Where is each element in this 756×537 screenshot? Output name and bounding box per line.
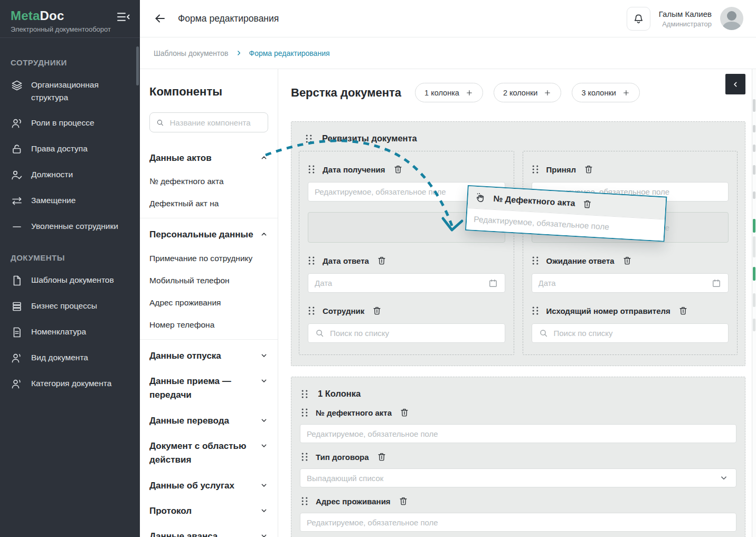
column-left: Дата получения Дата ответа [299, 151, 514, 355]
back-arrow-icon[interactable] [154, 12, 166, 25]
component-group-akty[interactable]: Данные актов [149, 145, 268, 170]
components-list: Данные актов № дефектного акта Дефектный… [149, 145, 268, 537]
component-group-scoped-doc[interactable]: Документ с областью действия [149, 433, 268, 473]
component-group-acceptance[interactable]: Данные приема — передачи [149, 368, 268, 408]
field-input[interactable] [330, 329, 498, 338]
component-group-vacation[interactable]: Данные отпуска [149, 343, 268, 368]
group-label: Протокол [149, 504, 192, 518]
file-text-icon [11, 326, 23, 339]
drag-handle-icon[interactable] [305, 134, 313, 143]
chevron-down-icon [260, 416, 268, 425]
field-input[interactable] [315, 279, 483, 287]
main-area: Форма редактирования Галым Калиев Админи… [140, 0, 756, 537]
sidebar-item-org-structure[interactable]: Организационная структура [11, 72, 129, 110]
sidebar-item-business-processes[interactable]: Бизнес процессы [11, 293, 129, 319]
pill-label: 2 колонки [503, 89, 537, 97]
component-search-input[interactable] [170, 118, 262, 127]
add-1-column-button[interactable]: 1 колонка [415, 83, 483, 102]
user-menu[interactable]: Галым Калиев Администратор [659, 9, 712, 28]
sidebar-item-doc-category[interactable]: Категория документа [11, 371, 129, 397]
field-label: Ожидание ответа [546, 256, 615, 265]
columns-container: Дата получения Дата ответа [299, 151, 738, 355]
trash-icon[interactable] [678, 305, 688, 316]
chevron-down-icon[interactable] [719, 473, 730, 483]
trash-icon[interactable] [398, 496, 409, 506]
trash-icon[interactable] [376, 255, 387, 266]
component-item-address[interactable]: Адрес проживания [149, 292, 268, 314]
nav-section-employees: СОТРУДНИКИ [11, 58, 129, 67]
calendar-icon[interactable] [711, 278, 722, 289]
sidebar-collapse-icon[interactable] [117, 12, 130, 22]
trash-icon[interactable] [582, 198, 593, 209]
field-input[interactable] [307, 518, 730, 527]
sidebar-item-dismissed[interactable]: Уволенные сотрудники [11, 214, 129, 239]
drag-handle-icon[interactable] [301, 408, 308, 417]
person-icon [11, 352, 23, 365]
trash-icon[interactable] [376, 452, 387, 462]
field-label: Дата получения [323, 165, 385, 174]
drag-handle-icon[interactable] [532, 165, 539, 174]
sidebar-item-positions[interactable]: Должности [11, 162, 129, 188]
breadcrumb-parent-link[interactable]: Шаблоны документов [154, 49, 229, 57]
lock-icon [11, 143, 23, 156]
drag-handle-icon[interactable] [301, 452, 308, 462]
add-2-columns-button[interactable]: 2 колонки [494, 83, 561, 102]
sidebar-item-roles[interactable]: Роли в процессе [11, 110, 129, 136]
section-header: Реквизиты документа [305, 133, 738, 143]
calendar-icon[interactable] [488, 278, 498, 289]
trash-icon[interactable] [583, 164, 594, 175]
component-item-employee-note[interactable]: Примечание по сотруднику [149, 247, 268, 270]
component-group-protocol[interactable]: Протокол [149, 498, 268, 523]
search-icon [156, 118, 165, 128]
sidebar-item-access-rights[interactable]: Права доступа [11, 136, 129, 162]
sidebar-scrollbar[interactable] [136, 46, 139, 85]
bell-icon [632, 13, 645, 25]
group-label: Данные актов [149, 151, 212, 165]
sidebar-item-doc-kind[interactable]: Вид документа [11, 345, 129, 371]
component-group-personal[interactable]: Персональные данные [149, 222, 268, 247]
chevron-down-icon [260, 532, 268, 537]
component-item-defect-act-no[interactable]: № дефектного акта [149, 170, 268, 193]
drag-handle-icon[interactable] [301, 496, 308, 506]
trash-icon[interactable] [372, 305, 382, 316]
person-check-icon [11, 169, 23, 181]
sidebar-item-doc-templates[interactable]: Шаблоны документов [11, 267, 129, 293]
select-value[interactable] [307, 474, 714, 483]
field-input[interactable] [538, 279, 706, 287]
collapsed-panel-strip[interactable] [752, 69, 756, 537]
trash-icon[interactable] [399, 407, 410, 418]
component-item-mobile-phone[interactable]: Мобильный телефон [149, 270, 268, 292]
trash-icon[interactable] [393, 164, 403, 175]
search-field [308, 323, 505, 343]
drag-handle-icon[interactable] [532, 306, 539, 315]
group-label: Данные аванса [149, 530, 218, 537]
drag-handle-icon[interactable] [532, 256, 539, 265]
drag-handle-icon[interactable] [301, 389, 308, 399]
swap-icon [11, 195, 23, 207]
sidebar-item-nomenclature[interactable]: Номенклатура [11, 319, 129, 345]
drag-handle-icon[interactable] [308, 306, 315, 315]
field-input[interactable] [307, 429, 730, 438]
component-group-advance[interactable]: Данные аванса [149, 523, 268, 537]
field-input[interactable] [554, 329, 722, 338]
dragged-card-label: № Дефектного акта [493, 194, 575, 208]
component-group-transfer[interactable]: Данные перевода [149, 408, 268, 433]
notifications-button[interactable] [627, 7, 650, 31]
sidebar-header: MetaDoc Электронный документооборот [0, 0, 140, 38]
component-item-phone-number[interactable]: Номер телефона [149, 314, 268, 336]
chevron-down-icon [260, 377, 268, 385]
select-field[interactable] [300, 468, 736, 487]
drag-handle-icon[interactable] [308, 256, 315, 265]
component-item-defect-act-na[interactable]: Дефектный акт на [149, 193, 268, 215]
avatar[interactable] [720, 7, 743, 30]
sidebar-item-label: Уволенные сотрудники [31, 220, 118, 233]
search-icon [315, 328, 325, 338]
panel-expand-button[interactable] [725, 74, 745, 94]
group-label: Данные перевода [149, 414, 229, 428]
sidebar-item-substitution[interactable]: Замещение [11, 188, 129, 214]
sidebar-item-label: Замещение [31, 194, 75, 207]
drag-handle-icon[interactable] [308, 165, 315, 174]
trash-icon[interactable] [622, 255, 632, 266]
component-group-services[interactable]: Данные об услугах [149, 473, 268, 498]
add-3-columns-button[interactable]: 3 колонки [572, 83, 639, 102]
